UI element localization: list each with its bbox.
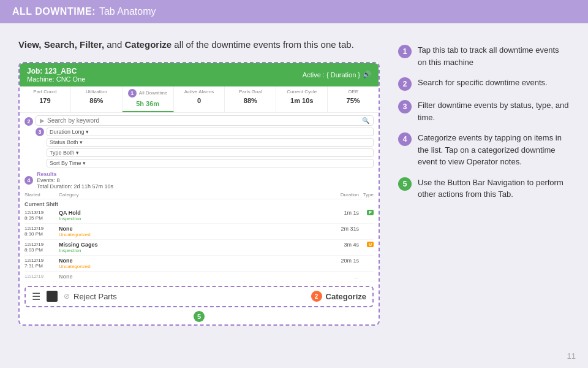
- stat-active-alarms: Active Alarms 0: [174, 86, 225, 112]
- right-badge-1: 1: [398, 45, 412, 58]
- row-duration: ...: [328, 274, 359, 280]
- left-column: View, Search, Filter, and Categorize all…: [18, 38, 380, 355]
- right-badge-4: 4: [398, 132, 412, 146]
- menu-icon[interactable]: ☰: [32, 291, 40, 302]
- row-duration: 1m 1s: [328, 210, 359, 216]
- header-bold: ALL DOWNTIME:: [12, 6, 96, 17]
- filter-type[interactable]: Type Both ▾: [47, 148, 374, 157]
- row-started: 12/12/198:30 PM: [24, 226, 56, 237]
- results-text: Results Events: 8 Total Duration: 2d 11h…: [37, 171, 113, 190]
- stat-all-downtime[interactable]: 1 All Downtime 5h 36m: [123, 86, 174, 112]
- active-text: Active : { Duration }: [303, 71, 360, 79]
- search-input[interactable]: [47, 117, 360, 124]
- right-badge-5: 5: [398, 177, 412, 191]
- annotation-item-5: 5 Use the Button Bar Navigation to perfo…: [398, 177, 570, 201]
- row-started: 12/12/197:31 PM: [24, 258, 56, 269]
- col-header-category: Category: [59, 192, 326, 197]
- job-info: Job: 123_ABC Machine: CNC One: [27, 67, 85, 83]
- stats-bar: Part Count 179 Utilization 86% 1 All Dow…: [20, 86, 379, 113]
- table-row[interactable]: 12/13/198:35 PM QA Hold Inspection 1m 1s…: [24, 208, 374, 224]
- col-header-type: Type: [361, 192, 374, 197]
- annotation-text-4: Categorize events by tapping on items in…: [418, 132, 570, 168]
- col-header-duration: Duration: [328, 192, 359, 197]
- row-started: 12/13/198:35 PM: [24, 210, 56, 221]
- table-row[interactable]: 12/12/198:30 PM None Uncategorized 2m 31…: [24, 224, 374, 240]
- categorize-badge: 2: [311, 291, 322, 302]
- table-area: Started Category Duration Type Current S…: [20, 191, 379, 282]
- stat-parts-goal: Parts Goal 88%: [225, 86, 276, 112]
- annotation-badge-2: 2: [24, 117, 33, 126]
- stat-oee: OEE 75%: [328, 86, 379, 112]
- filters-column: ▶ 🔍 3 Duration Long ▾ Status Both ▾: [36, 115, 374, 167]
- reject-icon: ⊘: [64, 292, 70, 301]
- row-category: Missing Gages Inspection: [59, 242, 326, 253]
- filter-row-type: Type Both ▾: [36, 148, 374, 157]
- job-header: Job: 123_ABC Machine: CNC One Active : {…: [20, 63, 379, 86]
- main-content: View, Search, Filter, and Categorize all…: [0, 23, 588, 364]
- reject-parts-button[interactable]: ⊘ Reject Parts: [64, 292, 305, 301]
- categorize-button[interactable]: 2 Categorize: [311, 291, 366, 302]
- annotation-text-5: Use the Button Bar Navigation to perform…: [418, 177, 570, 201]
- row-duration: 20m 1s: [328, 258, 359, 264]
- table-row[interactable]: 12/12/197:31 PM None Uncategorized 20m 1…: [24, 256, 374, 272]
- stop-button[interactable]: [47, 291, 58, 302]
- row-duration: 2m 31s: [328, 226, 359, 232]
- phone-mockup: Job: 123_ABC Machine: CNC One Active : {…: [18, 62, 380, 326]
- sound-icon: 🔊: [363, 71, 371, 79]
- results-label: Results: [37, 171, 57, 177]
- filter-row-sort: Sort By Time ▾: [36, 159, 374, 167]
- stat-utilization: Utilization 86%: [71, 86, 123, 112]
- row-duration: 3m 4s: [328, 242, 359, 248]
- annotation-text-3: Filter downtime events by status, type, …: [418, 99, 570, 123]
- job-title: Job: 123_ABC: [27, 67, 85, 75]
- intro-paragraph: View, Search, Filter, and Categorize all…: [18, 38, 380, 52]
- active-badge: Active : { Duration } 🔊: [303, 71, 371, 79]
- annotation-text-2: Search for specific downtime events.: [418, 77, 548, 89]
- search-row[interactable]: ▶ 🔍: [36, 115, 374, 126]
- filter-row-status: Status Both ▾: [36, 138, 374, 147]
- section-header-current-shift: Current Shift: [24, 199, 374, 208]
- search-filter-area: 2 ▶ 🔍 3 Duration Long ▾ Sta: [20, 113, 379, 170]
- page-header: ALL DOWNTIME: Tab Anatomy: [0, 0, 588, 23]
- table-header: Started Category Duration Type: [24, 191, 374, 199]
- right-badge-3: 3: [398, 100, 412, 113]
- annotation-item-3: 3 Filter downtime events by status, type…: [398, 99, 570, 123]
- annotation-5-container: 5: [20, 311, 379, 322]
- row-category: QA Hold Inspection: [59, 210, 326, 221]
- filter-status[interactable]: Status Both ▾: [47, 138, 374, 147]
- table-row[interactable]: 12/12/19 None ...: [24, 272, 374, 282]
- right-column: 1 Tap this tab to track all downtime eve…: [398, 38, 570, 355]
- categorize-label: Categorize: [326, 292, 366, 301]
- results-events: Events: 8: [37, 177, 60, 183]
- filter-duration[interactable]: Duration Long ▾: [47, 128, 374, 136]
- stat-current-cycle: Current Cycle 1m 10s: [276, 86, 328, 112]
- row-started: 12/12/198:03 PM: [24, 242, 56, 253]
- button-bar: ☰ ⊘ Reject Parts 2 Categorize: [24, 286, 374, 307]
- right-badge-2: 2: [398, 77, 412, 91]
- row-type: P: [361, 210, 374, 215]
- annotation-badge-1: 1: [128, 89, 137, 98]
- table-row[interactable]: 12/12/198:03 PM Missing Gages Inspection…: [24, 240, 374, 256]
- annotation-text-1: Tap this tab to track all downtime event…: [418, 44, 570, 68]
- col-header-started: Started: [24, 192, 56, 197]
- results-duration: Total Duration: 2d 11h 57m 10s: [37, 183, 113, 190]
- annotation-item-2: 2 Search for specific downtime events.: [398, 77, 570, 91]
- row-category: None Uncategorized: [59, 258, 326, 269]
- machine-title: Machine: CNC One: [27, 75, 85, 83]
- annotation-badge-4: 4: [24, 176, 33, 185]
- header-normal: Tab Anatomy: [99, 6, 156, 17]
- annotation-item-4: 4 Categorize events by tapping on items …: [398, 132, 570, 168]
- reject-label: Reject Parts: [74, 292, 117, 301]
- annotation-badge-3: 3: [36, 128, 44, 136]
- row-category: None: [59, 274, 326, 280]
- results-area: 4 Results Events: 8 Total Duration: 2d 1…: [20, 170, 379, 191]
- annotation-item-1: 1 Tap this tab to track all downtime eve…: [398, 44, 570, 68]
- row-category: None Uncategorized: [59, 226, 326, 237]
- magnify-icon: 🔍: [362, 117, 369, 124]
- search-icon: ▶: [40, 117, 45, 124]
- annotation-badge-5: 5: [194, 311, 205, 322]
- row-type: U: [361, 242, 374, 247]
- filter-sort[interactable]: Sort By Time ▾: [47, 159, 374, 167]
- stat-part-count: Part Count 179: [20, 86, 71, 112]
- row-started: 12/12/19: [24, 274, 56, 279]
